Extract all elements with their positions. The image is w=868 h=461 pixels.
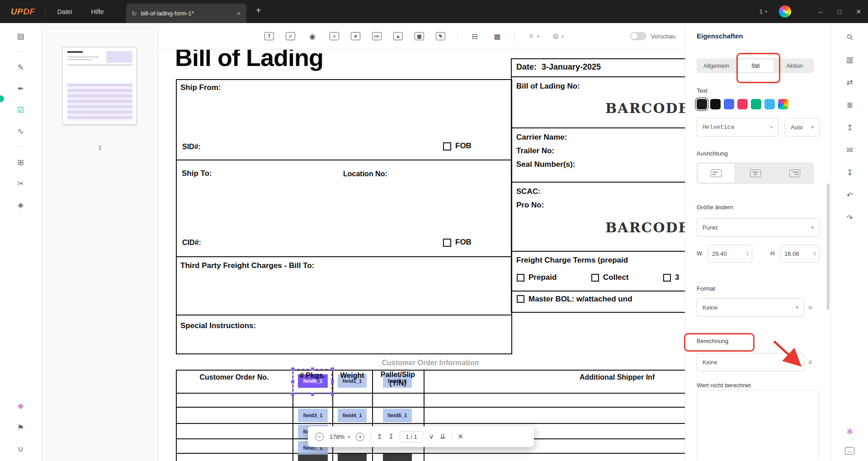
search-icon[interactable]: ⚲ [841, 29, 858, 46]
resize-unit-dropdown[interactable]: Punkt [697, 218, 820, 237]
form-tools-icon[interactable]: ☑ [15, 104, 27, 116]
checkbox-field-tool[interactable]: ✓ [286, 32, 295, 40]
distribute-fields-tool[interactable]: ⊟ [469, 31, 480, 42]
panel-scrollbar[interactable] [827, 183, 830, 310]
color-rainbow[interactable] [778, 99, 788, 109]
fob-checkbox-1[interactable] [443, 142, 451, 151]
color-green[interactable] [751, 99, 761, 109]
ai-assistant-icon[interactable]: ✻ [844, 426, 856, 437]
date-field-tool[interactable]: ▦ [415, 32, 424, 40]
selection-handle[interactable] [331, 380, 334, 383]
stepper-arrows-icon[interactable] [746, 251, 748, 256]
comment-icon[interactable]: ✎ [15, 61, 27, 73]
attachment-icon[interactable]: ∪ [15, 443, 27, 455]
assistant-handle[interactable] [0, 95, 4, 102]
close-window-button[interactable]: ✕ [849, 0, 868, 23]
align-center-button[interactable] [737, 164, 774, 183]
calculation-options-icon[interactable]: ≡ [808, 358, 812, 366]
form-field-overlay[interactable]: field3_1 [298, 409, 328, 422]
align-left-button[interactable] [698, 164, 735, 183]
font-size-dropdown[interactable]: Auto [785, 118, 820, 136]
width-stepper[interactable]: 29.40 [708, 245, 752, 263]
maximize-button[interactable]: □ [830, 0, 849, 23]
selection-handle[interactable] [311, 393, 314, 396]
crop-icon[interactable]: ✂ [15, 178, 27, 189]
button-field-tool[interactable]: OK [372, 32, 382, 40]
scroll-to-top-button[interactable]: ↥ [377, 433, 382, 441]
next-page-button[interactable]: ∨ [429, 433, 434, 441]
zoom-in-button[interactable]: + [356, 433, 364, 441]
third-party-checkbox[interactable] [663, 274, 671, 282]
signature-icon[interactable]: ∿ [15, 125, 27, 137]
tab-count-dropdown[interactable]: 1 ▾ [760, 8, 767, 15]
watermark-icon[interactable]: ◈ [15, 199, 27, 211]
height-stepper[interactable]: 16.08 [780, 245, 820, 263]
document-tab[interactable]: ↻ bill-of-lading-form-1* ✕ [126, 4, 246, 23]
zoom-level-caret-icon[interactable]: ▾ [348, 434, 350, 439]
color-cyan[interactable] [764, 99, 775, 109]
tab-stil[interactable]: Stil [737, 59, 774, 72]
stepper-arrows-icon[interactable] [814, 251, 816, 256]
redo-icon[interactable]: ↷ [844, 212, 856, 224]
pdf-page-canvas[interactable]: Bill of Lading Ship From: SID#: FOB Ship… [159, 50, 685, 461]
align-right-button[interactable] [776, 164, 813, 183]
collect-checkbox[interactable] [591, 274, 599, 282]
selection-handle[interactable] [291, 380, 294, 383]
color-blue[interactable] [724, 99, 734, 109]
form-field-overlay[interactable]: field4_1 [338, 409, 367, 422]
text-field-tool[interactable]: T [264, 32, 274, 40]
feedback-icon[interactable]: … [845, 447, 854, 455]
field-selection-outline[interactable] [292, 369, 332, 394]
combo-box-tool[interactable]: ▾ [351, 32, 360, 40]
format-options-icon[interactable]: ≡ [808, 303, 812, 311]
selection-handle[interactable] [331, 393, 334, 396]
user-avatar[interactable] [779, 5, 791, 18]
export-icon[interactable]: ↧ [844, 167, 856, 179]
tab-aktion[interactable]: Aktion [776, 59, 813, 72]
page-thumbnail[interactable] [62, 47, 137, 125]
selection-handle[interactable] [311, 367, 314, 371]
preview-toggle[interactable] [630, 32, 646, 40]
font-family-dropdown[interactable]: Helvetica [697, 118, 779, 136]
selection-handle[interactable] [331, 367, 334, 371]
ocr-icon[interactable]: ▥ [844, 54, 856, 66]
edit-pdf-icon[interactable]: ✒ [15, 83, 27, 94]
field-settings-dropdown[interactable]: ⚙ [551, 31, 564, 42]
grid-layout-tool[interactable]: ▦ [492, 31, 503, 42]
last-page-button[interactable]: ⇊ [440, 433, 446, 441]
signature-field-tool[interactable]: ✎ [436, 32, 445, 40]
selection-handle[interactable] [291, 367, 294, 371]
format-dropdown[interactable]: Keine [697, 298, 804, 317]
read-mode-icon[interactable]: ▤ [15, 30, 27, 42]
align-fields-dropdown[interactable]: ≡ [527, 31, 539, 42]
selection-handle[interactable] [291, 393, 294, 396]
mail-icon[interactable]: ✉ [844, 144, 856, 156]
zoom-out-button[interactable]: − [315, 433, 324, 441]
organize-pages-icon[interactable]: ⊞ [15, 156, 27, 168]
bookmark-icon[interactable]: ⚑ [15, 422, 27, 433]
color-black[interactable] [710, 99, 721, 109]
calculation-dropdown[interactable]: Keine [697, 353, 804, 372]
tab-close-icon[interactable]: ✕ [236, 10, 241, 17]
zoom-level[interactable]: 178% [330, 433, 344, 440]
convert-icon[interactable]: ⇄ [844, 76, 856, 88]
menu-hilfe[interactable]: Hilfe [91, 8, 104, 15]
list-box-tool[interactable]: ≡ [330, 32, 339, 40]
tab-allgemein[interactable]: Allgemein [698, 59, 735, 72]
new-tab-button[interactable]: + [256, 5, 261, 16]
prepaid-checkbox[interactable] [517, 274, 524, 282]
image-field-tool[interactable]: ▲ [393, 32, 403, 40]
menu-datei[interactable]: Datei [57, 8, 72, 15]
layers-icon[interactable]: ❖ [15, 400, 27, 412]
summary-icon[interactable]: ≣ [844, 99, 856, 111]
minimize-button[interactable]: – [811, 0, 830, 23]
form-field-overlay[interactable]: field5_1 [383, 409, 412, 422]
share-icon[interactable]: ↥ [844, 122, 856, 133]
scroll-to-bottom-button[interactable]: ↧ [388, 433, 394, 441]
color-red[interactable] [737, 99, 748, 109]
radio-field-tool[interactable]: ◉ [307, 31, 318, 42]
undo-icon[interactable]: ↶ [844, 189, 856, 201]
color-black-selected[interactable] [697, 99, 707, 109]
master-bol-checkbox[interactable] [517, 295, 524, 303]
fob-checkbox-2[interactable] [443, 239, 451, 247]
